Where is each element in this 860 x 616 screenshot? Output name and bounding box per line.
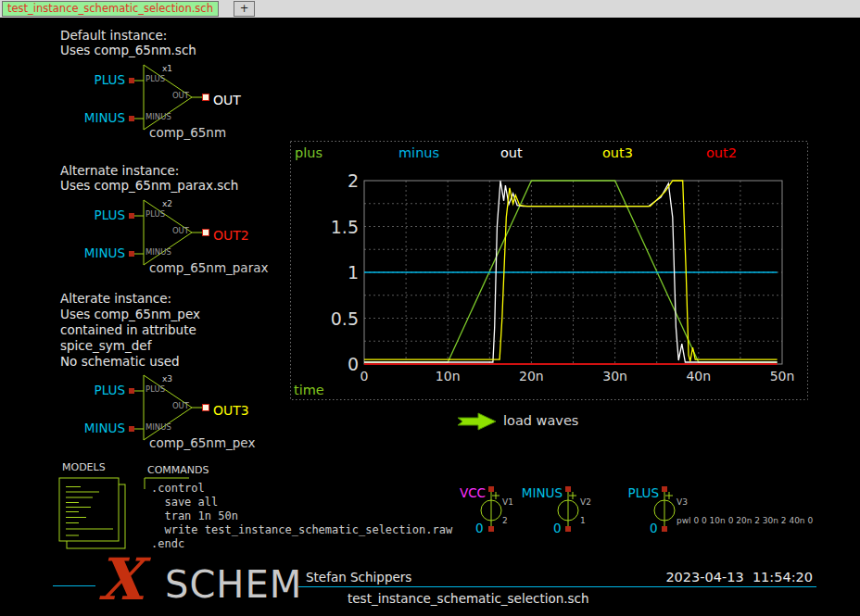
- pin-square: [129, 251, 134, 257]
- y-tick-label: 0: [348, 354, 359, 374]
- titleblock-rule: [298, 586, 816, 587]
- xschem-logo-x: X: [98, 551, 143, 609]
- pin-square-out: [203, 230, 209, 236]
- y-tick-label: 2: [348, 170, 359, 191]
- datetime: 2023-04-13 11:54:20: [602, 570, 813, 585]
- load-waves-arrow-icon[interactable]: [458, 413, 496, 430]
- instance1-innerpin-plus: PLUS: [145, 75, 165, 84]
- v1-value: 2: [502, 516, 508, 525]
- legend-plus[interactable]: plus: [295, 145, 322, 160]
- pin-square-out: [203, 405, 209, 411]
- pin-square: [129, 78, 134, 83]
- waveform-plot[interactable]: 21.510.50010n20n30n40n50ntimeplusminusou…: [290, 141, 808, 400]
- legend-out2[interactable]: out2: [706, 145, 737, 160]
- pin-square: [662, 526, 667, 532]
- x-tick-label: 0: [360, 369, 369, 383]
- pin-square: [488, 486, 494, 492]
- pin-square: [565, 526, 571, 532]
- v1-net-label[interactable]: VCC: [439, 486, 486, 501]
- instance2-heading-line1: Alternate instance:: [60, 164, 179, 179]
- instance1-net-label-minus[interactable]: MINUS: [79, 111, 125, 126]
- v2-refdes: V2: [580, 497, 591, 507]
- instance2-symbol-name: comp_65nm_parax: [149, 261, 268, 276]
- pin-square: [129, 116, 134, 121]
- y-tick-label: 1.5: [331, 217, 359, 237]
- instance2-innerpin-minus: MINUS: [145, 248, 171, 258]
- instance3-symbol-name: comp_65nm_pex: [149, 436, 255, 451]
- spice-command-line1: .control: [151, 482, 205, 496]
- author-name: Stefan Schippers: [306, 571, 411, 585]
- wave-out3: [364, 181, 778, 361]
- commands-label: COMMANDS: [147, 465, 209, 477]
- v2-value: 1: [580, 516, 586, 525]
- wave-out: [364, 181, 778, 362]
- x-tick-label: 30n: [602, 369, 627, 383]
- legend-minus[interactable]: minus: [398, 145, 439, 160]
- y-tick-label: 0.5: [331, 308, 359, 329]
- v2-gnd-label[interactable]: 0: [553, 522, 562, 536]
- instance3-innerpin-out: OUT: [163, 402, 189, 411]
- v3-value: pwl 0 0 10n 0 20n 2 30n 2 40n 0: [677, 516, 813, 525]
- x-tick-label: 50n: [770, 369, 795, 383]
- spice-command-line3: tran 1n 50n: [151, 509, 238, 523]
- instance2-innerpin-plus: PLUS: [145, 210, 165, 220]
- x-tick-label: 20n: [519, 369, 544, 383]
- models-icon[interactable]: [59, 478, 125, 548]
- instance1-refdes: x1: [162, 64, 172, 73]
- pin-square: [565, 486, 571, 492]
- pin-square-out: [203, 94, 209, 101]
- instance3-heading-line1: Alterate instance:: [60, 292, 171, 307]
- instance3-heading-line2: Uses comp_65nm_pex: [60, 308, 200, 322]
- sheet-title: test_instance_schematic_selection.sch: [348, 592, 589, 607]
- v1-gnd-label[interactable]: 0: [475, 522, 484, 536]
- spice-command-line5: .endc: [151, 537, 184, 551]
- instance3-heading-line3: contained in attribute: [60, 323, 196, 338]
- instance2-refdes: x2: [162, 199, 172, 208]
- pin-square: [662, 486, 667, 492]
- x-axis-label: time: [294, 383, 324, 397]
- models-label: MODELS: [62, 462, 106, 474]
- y-tick-label: 1: [348, 262, 359, 283]
- v3-net-label[interactable]: PLUS: [611, 486, 659, 501]
- pin-square: [129, 426, 134, 432]
- xschem-logo-text: SCHEM: [165, 566, 302, 603]
- pin-square: [129, 213, 134, 219]
- legend-out3[interactable]: out3: [602, 145, 633, 160]
- spice-command-line2: save all: [151, 496, 218, 509]
- titleblock-left-rule: [53, 585, 95, 586]
- instance3-heading-line4: spice_sym_def: [60, 339, 151, 354]
- instance2-innerpin-out: OUT: [163, 227, 189, 236]
- load-waves-launcher[interactable]: load waves: [503, 413, 578, 429]
- instance3-net-label-plus[interactable]: PLUS: [79, 383, 125, 398]
- instance3-net-label-minus[interactable]: MINUS: [79, 421, 125, 436]
- instance3-innerpin-minus: MINUS: [145, 423, 171, 433]
- instance1-innerpin-out: OUT: [163, 92, 189, 101]
- wave-plus: [364, 181, 778, 362]
- instance2-net-label-minus[interactable]: MINUS: [79, 246, 125, 261]
- instance1-out-label[interactable]: OUT: [213, 93, 241, 107]
- instance1-heading-line2: Uses comp_65nm.sch: [60, 44, 196, 58]
- instance1-heading-line1: Default instance:: [60, 29, 167, 44]
- legend-out[interactable]: out: [500, 145, 523, 160]
- instance2-out-label[interactable]: OUT2: [213, 228, 249, 243]
- spice-command-line4: write test_instance_schematic_selection.…: [151, 523, 452, 537]
- xschem-window: { "tabbar": { "active_tab": { "label": "…: [0, 0, 860, 616]
- x-tick-label: 40n: [686, 369, 711, 383]
- instance1-innerpin-minus: MINUS: [145, 113, 171, 122]
- instance2-net-label-plus[interactable]: PLUS: [79, 208, 125, 223]
- pin-square: [129, 388, 134, 394]
- pin-square: [488, 526, 494, 532]
- instance3-refdes: x3: [162, 374, 172, 383]
- instance2-heading-line2: Uses comp_65nm_parax.sch: [60, 179, 238, 194]
- v3-gnd-label[interactable]: 0: [650, 522, 658, 536]
- instance1-net-label-plus[interactable]: PLUS: [79, 73, 125, 88]
- v2-net-label[interactable]: MINUS: [510, 486, 563, 501]
- instance1-symbol-name: comp_65nm: [149, 126, 226, 141]
- instance3-innerpin-plus: PLUS: [145, 385, 165, 395]
- instance3-heading-line5: No schematic used: [60, 355, 180, 370]
- x-tick-label: 10n: [436, 369, 461, 383]
- instance3-out-label[interactable]: OUT3: [213, 403, 249, 418]
- v3-refdes: V3: [677, 497, 688, 507]
